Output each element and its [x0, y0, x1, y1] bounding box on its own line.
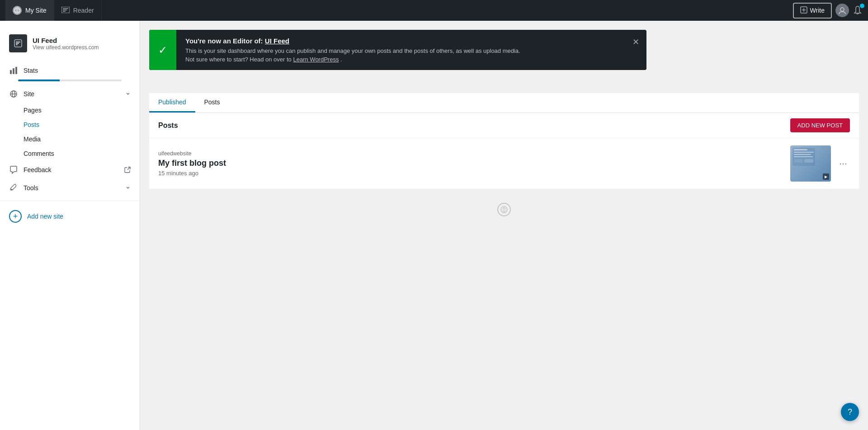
sidebar-item-tools[interactable]: Tools [0, 179, 140, 197]
post-options-menu[interactable]: ⋯ [836, 157, 850, 170]
notification-body: This is your site dashboard where you ca… [185, 47, 616, 54]
stats-label: Stats [24, 67, 38, 74]
feedback-icon [9, 165, 18, 174]
user-avatar[interactable] [835, 4, 849, 17]
post-site: uifeedwebsite [158, 150, 790, 157]
stats-bar-container [0, 79, 140, 85]
svg-point-8 [840, 8, 844, 11]
svg-rect-25 [794, 156, 813, 157]
write-icon [800, 6, 807, 15]
stats-bar [18, 79, 122, 81]
site-name: UI Feed [33, 37, 131, 44]
site-url[interactable]: View uifeed.wordpress.com [33, 44, 131, 51]
notification-banner: ✓ You're now an Editor of: UI Feed This … [149, 30, 646, 70]
stats-bar-fill [18, 79, 60, 81]
notification-site-link[interactable]: UI Feed [265, 37, 289, 45]
post-title[interactable]: My first blog post [158, 159, 790, 168]
main-content: ✓ You're now an Editor of: UI Feed This … [140, 21, 868, 430]
site-info: UI Feed View uifeed.wordpress.com [33, 37, 131, 51]
nav-right: Write [793, 3, 863, 19]
notification-content: You're now an Editor of: UI Feed This is… [176, 30, 625, 70]
feedback-label: Feedback [24, 166, 51, 173]
notification-close-button[interactable]: ✕ [625, 30, 646, 54]
post-thumbnail[interactable]: ▶ [790, 145, 831, 182]
tools-label: Tools [24, 184, 38, 192]
posts-header: Posts ADD NEW POST [149, 113, 859, 138]
post-time: 15 minutes ago [158, 170, 790, 177]
external-link-icon [124, 167, 131, 173]
notifications-bell[interactable] [853, 5, 863, 15]
notification-green-bar: ✓ [149, 30, 176, 70]
notification-title: You're now an Editor of: UI Feed [185, 37, 616, 45]
stats-icon [9, 66, 18, 75]
sidebar-item-stats[interactable]: Stats [0, 61, 140, 79]
svg-rect-23 [794, 152, 814, 153]
sidebar-item-media[interactable]: Media [24, 132, 140, 146]
reader-icon [61, 7, 70, 14]
site-nav-icon [9, 89, 18, 98]
tools-chevron-icon [125, 184, 131, 192]
wp-logo-icon [13, 6, 22, 15]
site-header: UI Feed View uifeed.wordpress.com [0, 30, 140, 61]
svg-rect-15 [15, 67, 17, 74]
site-sub-items: Pages Posts Media Comments [0, 103, 140, 161]
reader-label: Reader [73, 7, 94, 14]
svg-rect-24 [794, 154, 811, 155]
post-thumbnail-image: ▶ [790, 145, 831, 182]
site-icon [9, 34, 27, 52]
posts-tabs: Published Posts [149, 93, 859, 113]
notification-footer: Not sure where to start? Head on over to… [185, 56, 616, 63]
svg-point-20 [11, 189, 12, 190]
content-footer [149, 189, 859, 230]
write-label: Write [810, 7, 825, 14]
site-chevron-icon [125, 90, 131, 98]
thumbnail-play-icon: ▶ [823, 173, 829, 180]
sidebar-item-feedback[interactable]: Feedback [0, 161, 140, 179]
tools-icon [9, 183, 18, 192]
sidebar-item-posts[interactable]: Posts [24, 117, 140, 132]
posts-section-title: Posts [158, 122, 178, 130]
svg-rect-14 [13, 68, 14, 74]
check-icon: ✓ [158, 44, 167, 56]
tab-published[interactable]: Published [149, 93, 195, 112]
my-site-nav[interactable]: My Site [5, 0, 54, 21]
svg-rect-22 [794, 149, 807, 150]
nav-left: My Site Reader [5, 0, 102, 21]
sidebar-item-pages[interactable]: Pages [24, 103, 140, 117]
reader-nav[interactable]: Reader [54, 0, 102, 21]
wp-footer-logo [497, 203, 511, 216]
add-new-site-label: Add new site [27, 213, 63, 220]
post-info: uifeedwebsite My first blog post 15 minu… [158, 150, 790, 177]
help-button[interactable]: ? [841, 403, 859, 421]
sidebar-item-comments[interactable]: Comments [24, 146, 140, 161]
write-button[interactable]: Write [793, 3, 832, 19]
svg-line-19 [127, 167, 130, 170]
svg-rect-13 [10, 70, 12, 74]
my-site-label: My Site [25, 7, 47, 14]
sidebar-divider [0, 201, 140, 201]
sidebar: UI Feed View uifeed.wordpress.com Stats [0, 21, 140, 430]
sidebar-item-site[interactable]: Site [0, 85, 140, 103]
notification-badge [860, 4, 864, 8]
main-layout: UI Feed View uifeed.wordpress.com Stats [0, 21, 868, 430]
posts-section: Published Posts Posts ADD NEW POST uifee… [140, 93, 868, 230]
add-circle-icon: + [9, 210, 22, 223]
site-label: Site [24, 90, 34, 98]
top-navigation: My Site Reader Write [0, 0, 868, 21]
post-item: uifeedwebsite My first blog post 15 minu… [149, 138, 859, 189]
add-new-site[interactable]: + Add new site [0, 205, 140, 228]
svg-rect-27 [804, 159, 813, 163]
add-new-post-button[interactable]: ADD NEW POST [790, 118, 850, 132]
tab-posts[interactable]: Posts [195, 93, 229, 112]
learn-wordpress-link[interactable]: Learn WordPress [293, 56, 339, 63]
svg-rect-26 [794, 159, 803, 163]
